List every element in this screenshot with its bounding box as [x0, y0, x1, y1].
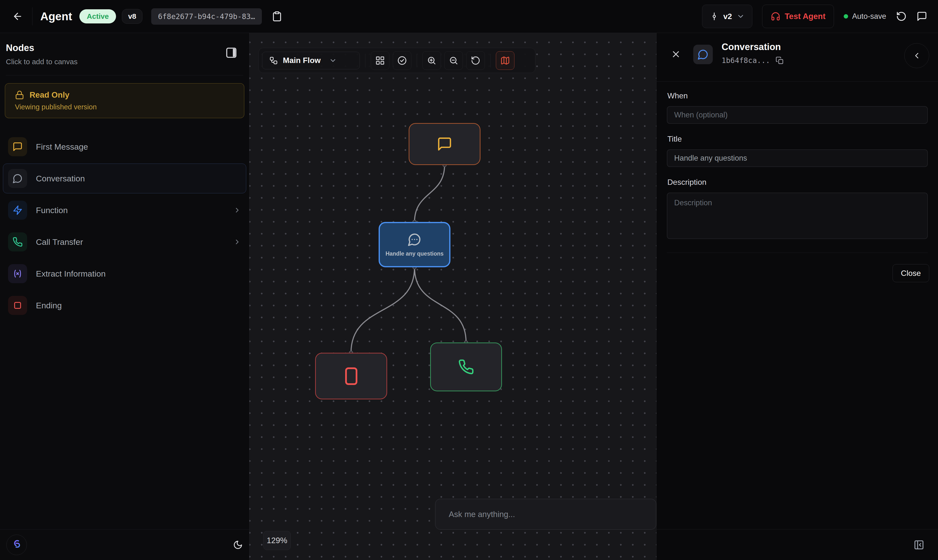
node-config-panel: Conversation 1b64f8ca... When Title Desc…	[656, 33, 938, 560]
when-input[interactable]	[667, 106, 928, 124]
close-button[interactable]: Close	[893, 264, 929, 282]
test-agent-label: Test Agent	[785, 12, 825, 21]
flow-canvas[interactable]: Main Flow	[249, 33, 656, 560]
chat-feedback-icon[interactable]	[916, 11, 927, 22]
app-logo[interactable]	[6, 535, 27, 555]
function-icon	[8, 201, 27, 220]
message-dots-icon	[407, 232, 422, 246]
sidebar-header-divider	[6, 75, 243, 75]
readonly-subtitle: Viewing published version	[15, 103, 234, 111]
zoom-out-button[interactable]	[444, 51, 463, 70]
panel-collapse-button[interactable]	[904, 43, 929, 68]
nodes-sidebar: Nodes Click to add to canvas Read Only V…	[0, 33, 249, 560]
toolbar-divider	[490, 54, 491, 68]
zoom-in-button[interactable]	[422, 51, 441, 70]
node-ending[interactable]	[315, 353, 387, 399]
clipboard-icon[interactable]	[272, 11, 282, 22]
page-title: Agent	[40, 10, 72, 23]
minimap-toggle-button[interactable]	[496, 51, 514, 70]
flow-select[interactable]: Main Flow	[262, 52, 360, 69]
test-agent-button[interactable]: Test Agent	[762, 5, 834, 28]
zoom-level-badge[interactable]: 129%	[263, 531, 291, 550]
sidebar-item-first-message[interactable]: First Message	[3, 132, 246, 162]
topbar-divider	[32, 7, 32, 25]
sidebar-item-conversation[interactable]: Conversation	[3, 163, 246, 193]
sidebar-footer	[0, 529, 249, 560]
edge-conversation-to-ending	[351, 267, 415, 353]
chevron-down-icon	[736, 12, 745, 20]
autosave-status: Auto-save	[844, 12, 886, 21]
sidebar-subtitle: Click to add to canvas	[6, 58, 243, 66]
conversation-type-icon	[693, 45, 713, 64]
layout-grid-icon	[375, 55, 385, 65]
edge-conversation-to-call-transfer	[415, 267, 466, 343]
copy-icon[interactable]	[776, 56, 784, 65]
node-conversation[interactable]: Handle any questions	[379, 222, 450, 267]
panel-footer	[657, 529, 938, 560]
undo-icon[interactable]	[896, 11, 907, 22]
theme-moon-icon[interactable]	[233, 540, 243, 550]
sidebar-item-extract-information[interactable]: Extract Information	[3, 259, 246, 289]
edge-layer	[249, 33, 656, 560]
chevron-right-icon	[233, 206, 241, 214]
phone-icon	[458, 359, 474, 375]
validate-button[interactable]	[393, 51, 411, 70]
panel-title: Conversation	[722, 42, 784, 52]
sidebar-item-label: Function	[36, 206, 68, 215]
ending-glyph-icon	[345, 368, 357, 385]
title-input[interactable]	[667, 149, 928, 167]
sidebar-item-call-transfer[interactable]: Call Transfer	[3, 227, 246, 257]
workflow-icon	[269, 56, 278, 65]
readonly-banner: Read Only Viewing published version	[5, 83, 244, 118]
topbar-right-group: v2 Test Agent Auto-save	[702, 5, 927, 28]
extract-information-icon	[8, 264, 27, 283]
autosave-label: Auto-save	[852, 12, 886, 21]
autosave-dot	[844, 14, 848, 18]
sidebar-item-label: Conversation	[36, 174, 85, 183]
edge-first-to-conversation	[415, 165, 444, 222]
git-commit-icon	[710, 12, 719, 21]
check-circle-icon	[397, 55, 407, 66]
chevron-right-icon	[233, 238, 241, 246]
conversation-icon	[8, 169, 27, 188]
when-label: When	[667, 91, 928, 100]
zoom-in-icon	[427, 55, 437, 65]
chevron-down-icon	[329, 57, 337, 65]
collapse-panel-icon[interactable]	[913, 540, 924, 550]
panel-header: Conversation 1b64f8ca...	[657, 33, 938, 81]
node-first-message[interactable]	[409, 123, 480, 165]
toolbar-divider	[365, 54, 366, 68]
readonly-title: Read Only	[29, 90, 69, 100]
sidebar-item-label: First Message	[36, 142, 88, 152]
auto-layout-button[interactable]	[371, 51, 389, 70]
sidebar-title: Nodes	[6, 43, 243, 53]
close-icon[interactable]	[671, 49, 681, 59]
agent-id-chip[interactable]: 6f8e2677-b94c-479b-83…	[151, 8, 262, 25]
sidebar-item-function[interactable]: Function	[3, 195, 246, 225]
reset-view-button[interactable]	[466, 51, 485, 70]
sidebar-item-label: Call Transfer	[36, 237, 83, 247]
node-label: Handle any questions	[386, 251, 444, 257]
node-call-transfer[interactable]	[430, 343, 502, 391]
version-badge: v8	[122, 9, 142, 24]
back-button[interactable]	[11, 9, 25, 23]
status-badge: Active	[79, 9, 116, 23]
sidebar-item-ending[interactable]: Ending	[3, 291, 246, 320]
panel-toggle-icon[interactable]	[225, 47, 238, 59]
rotate-ccw-icon	[471, 55, 480, 65]
description-label: Description	[667, 178, 928, 187]
sidebar-item-label: Extract Information	[36, 269, 105, 278]
flow-version-select[interactable]: v2	[702, 5, 752, 28]
flow-version-value: v2	[723, 12, 732, 21]
sidebar-header: Nodes Click to add to canvas	[0, 33, 249, 75]
description-textarea[interactable]	[667, 192, 928, 239]
zoom-out-icon	[449, 55, 458, 65]
ask-me-anything-input[interactable]	[435, 499, 656, 530]
node-type-list: First Message Conversation Function Call…	[0, 132, 249, 320]
sidebar-item-label: Ending	[36, 301, 62, 310]
headphones-icon	[771, 11, 781, 21]
call-transfer-icon	[8, 232, 27, 251]
lock-icon	[15, 90, 24, 100]
title-label: Title	[667, 134, 928, 143]
chat-bubble-icon	[437, 136, 452, 152]
